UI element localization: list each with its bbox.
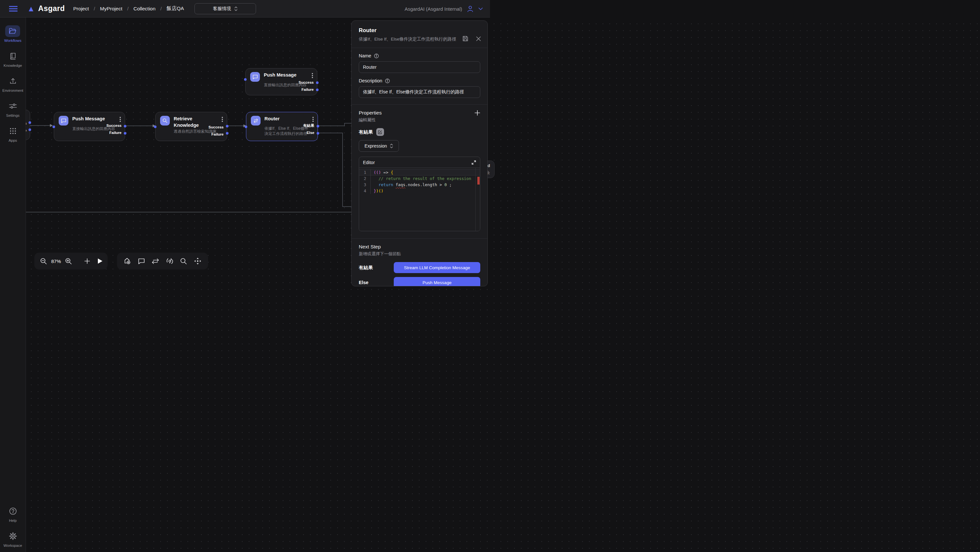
top-navbar: ▲ Asgard Project / MyProject / Collectio…: [0, 0, 490, 18]
output-port[interactable]: [317, 132, 319, 135]
zoom-toolbar: 87%: [34, 253, 108, 270]
output-label: Success: [208, 125, 224, 129]
output-port[interactable]: [226, 125, 229, 128]
kebab-menu-icon[interactable]: [312, 73, 313, 80]
apps-grid-icon: [5, 125, 21, 137]
sidebar-item-environment[interactable]: Environment: [2, 75, 23, 93]
account-chevron-down-icon[interactable]: [478, 8, 483, 10]
output-label: Success: [299, 80, 314, 85]
close-icon[interactable]: [476, 36, 481, 41]
sidebar-item-label: Workflows: [4, 38, 21, 43]
kebab-menu-icon[interactable]: [312, 117, 314, 123]
node-retrieve-knowledge[interactable]: Retrieve Knowledge 透過自然語言檢索知識庫 Success F…: [155, 112, 227, 141]
name-label: Name: [359, 53, 371, 58]
properties-heading: Properties: [359, 110, 382, 116]
code-line[interactable]: 2 // return the result of the expression: [359, 175, 480, 182]
output-label: Else: [307, 131, 314, 135]
output-port[interactable]: [124, 132, 126, 135]
next-step-button-stream-llm[interactable]: Stream LLM Completion Message: [394, 262, 480, 273]
code-line[interactable]: 1(() => {: [359, 169, 480, 175]
breadcrumb-myproject[interactable]: MyProject: [100, 6, 123, 12]
code-area[interactable]: 1(() => {2 // return the result of the e…: [359, 168, 480, 231]
auto-layout-icon[interactable]: [166, 257, 173, 265]
output-label: 有結果: [303, 123, 315, 128]
environment-selector-value: 客服情境: [213, 6, 231, 12]
breadcrumb: Project / MyProject / Collection / 飯店QA: [73, 5, 184, 12]
user-avatar-icon[interactable]: [467, 5, 474, 12]
zoom-out-icon[interactable]: [40, 258, 47, 265]
chevron-updown-icon: [390, 144, 393, 148]
node-push-message-top[interactable]: Push Message 直接輸出訊息的回應內容 Success Failure: [245, 68, 317, 95]
next-step-subtitle: 新增或選擇下一個節點: [359, 251, 480, 257]
account-name: AsgardAI (Asgard Internal): [404, 6, 462, 12]
input-port[interactable]: [52, 126, 55, 128]
move-pan-icon[interactable]: [194, 257, 201, 265]
zoom-in-icon[interactable]: [65, 258, 72, 265]
sidebar-item-label: Apps: [8, 139, 17, 142]
input-port[interactable]: [245, 126, 247, 128]
node-push-message[interactable]: Push Message 直接輸出訊息的回應內容 Success Failure: [54, 112, 125, 141]
breadcrumb-current[interactable]: 飯店QA: [167, 5, 184, 12]
expand-editor-icon[interactable]: [471, 160, 476, 165]
input-port[interactable]: [244, 78, 247, 81]
input-port[interactable]: [154, 126, 156, 128]
name-input[interactable]: Router: [359, 61, 480, 73]
search-icon: [160, 116, 170, 126]
add-node-icon[interactable]: [84, 258, 90, 264]
brand-logo[interactable]: ▲ Asgard: [27, 4, 65, 13]
output-port[interactable]: [226, 132, 229, 135]
node-title: Push Message: [72, 116, 110, 122]
output-label: Failure: [109, 131, 121, 135]
editor-heading: Editor: [363, 160, 375, 165]
sidebar-item-label: Knowledge: [3, 64, 22, 67]
run-workflow-icon[interactable]: [97, 258, 103, 264]
output-label: Failure: [301, 88, 314, 91]
property-type-select[interactable]: Expression: [359, 140, 399, 152]
breadcrumb-separator: /: [94, 6, 95, 12]
info-icon: [374, 54, 379, 58]
output-port[interactable]: [316, 81, 318, 84]
node-router[interactable]: Router 依據If、Else If、Else條件決定工作流程執行的路徑 有結…: [246, 112, 318, 141]
sidebar-item-apps[interactable]: Apps: [5, 125, 21, 142]
add-property-icon[interactable]: [474, 110, 480, 116]
error-ruler-mark: [477, 177, 480, 185]
swap-arrows-icon[interactable]: [152, 258, 159, 264]
output-port[interactable]: [29, 121, 31, 124]
output-port[interactable]: [124, 125, 126, 128]
output-port[interactable]: [316, 89, 318, 91]
sidebar-item-settings[interactable]: Settings: [5, 100, 21, 117]
brand-name: Asgard: [38, 4, 65, 13]
properties-subtitle: 編輯屬性: [359, 117, 480, 123]
output-port[interactable]: [317, 125, 319, 128]
sidebar-item-workflows[interactable]: Workflows: [4, 25, 21, 43]
edit-property-icon[interactable]: [376, 128, 384, 136]
search-icon[interactable]: [180, 258, 187, 265]
description-input[interactable]: 依據If、Else If、Else條件決定工作流程執行的路徑: [359, 86, 480, 98]
node-config-panel: Router 依據If、Else If、Else條件決定工作流程執行的路徑 Na…: [351, 21, 488, 276]
sidebar-item-label: Settings: [6, 113, 20, 117]
add-marker-icon[interactable]: [124, 257, 131, 265]
comment-icon[interactable]: [138, 258, 145, 264]
hamburger-menu-icon[interactable]: [9, 5, 18, 12]
expression-editor[interactable]: Editor 1(() => {2 // return the result o…: [359, 156, 480, 231]
workflow-edges: [26, 18, 360, 276]
breadcrumb-project[interactable]: Project: [73, 6, 89, 12]
next-step-branch-label: 有結果: [359, 265, 394, 271]
upload-icon: [5, 75, 21, 87]
environment-selector[interactable]: 客服情境: [194, 3, 256, 14]
code-lines: 1(() => {2 // return the result of the e…: [359, 169, 480, 194]
code-line[interactable]: 3 return faqs.nodes.length > 0 ;: [359, 182, 480, 188]
panel-subtitle: 依據If、Else If、Else條件決定工作流程執行的路徑: [359, 36, 458, 43]
left-sidebar: Workflows Knowledge Environment Settings…: [0, 18, 26, 276]
sidebar-item-knowledge[interactable]: Knowledge: [3, 50, 22, 67]
kebab-menu-icon[interactable]: [119, 117, 121, 123]
zoom-percent: 87%: [51, 258, 61, 264]
save-icon[interactable]: [463, 36, 468, 41]
output-label: Failure: [211, 132, 224, 136]
router-swap-icon: [251, 116, 261, 126]
node-title: Push Message: [264, 72, 302, 78]
kebab-menu-icon[interactable]: [222, 117, 223, 123]
breadcrumb-collection[interactable]: Collection: [134, 6, 156, 12]
output-port[interactable]: [29, 128, 31, 131]
code-line[interactable]: 4})(): [359, 188, 480, 194]
